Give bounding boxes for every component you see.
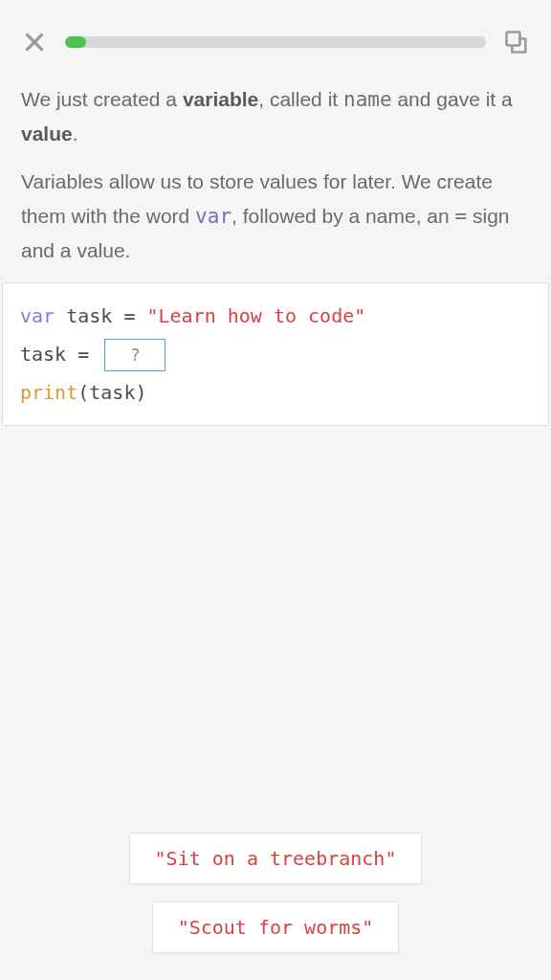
identifier: task	[55, 304, 123, 327]
header-bar	[0, 0, 551, 77]
answer-options: "Sit on a treebranch" "Scout for worms"	[0, 833, 551, 953]
streak-icon	[503, 29, 530, 56]
lesson-content: We just created a variable, called it na…	[0, 77, 551, 426]
close-icon	[22, 30, 47, 55]
option-1-button[interactable]: "Sit on a treebranch"	[129, 833, 423, 884]
close-button[interactable]	[19, 27, 50, 57]
lesson-paragraph-2: Variables allow us to store values for l…	[21, 165, 530, 268]
args: (task)	[77, 381, 146, 404]
code-name: name	[343, 88, 392, 111]
code-line-2: task = ?	[20, 335, 531, 373]
progress-bar	[65, 36, 486, 48]
lesson-paragraph-1: We just created a variable, called it na…	[21, 82, 530, 151]
svg-rect-2	[507, 33, 520, 46]
code-line-1: var task = "Learn how to code"	[20, 297, 531, 335]
keyword-var: var	[20, 304, 55, 327]
text: , followed by a name, an	[231, 205, 454, 227]
code-eq: =	[455, 205, 468, 228]
identifier: task	[20, 343, 77, 366]
code-var: var	[195, 205, 231, 228]
code-block: var task = "Learn how to code" task = ? …	[2, 282, 549, 426]
bold-value: value	[21, 122, 73, 145]
bold-variable: variable	[183, 88, 258, 110]
text: .	[73, 122, 78, 145]
progress-fill	[65, 36, 86, 48]
text: We just created a	[21, 88, 183, 110]
text: and gave it a	[392, 88, 513, 110]
code-line-3: print(task)	[20, 373, 531, 412]
option-2-button[interactable]: "Scout for worms"	[152, 902, 400, 953]
streak-button[interactable]	[501, 27, 532, 57]
string-literal: "Learn how to code"	[146, 304, 365, 327]
text: , called it	[258, 88, 343, 110]
function-print: print	[20, 381, 77, 404]
operator: =	[77, 343, 100, 366]
blank-slot[interactable]: ?	[104, 339, 165, 371]
operator: =	[123, 304, 146, 327]
